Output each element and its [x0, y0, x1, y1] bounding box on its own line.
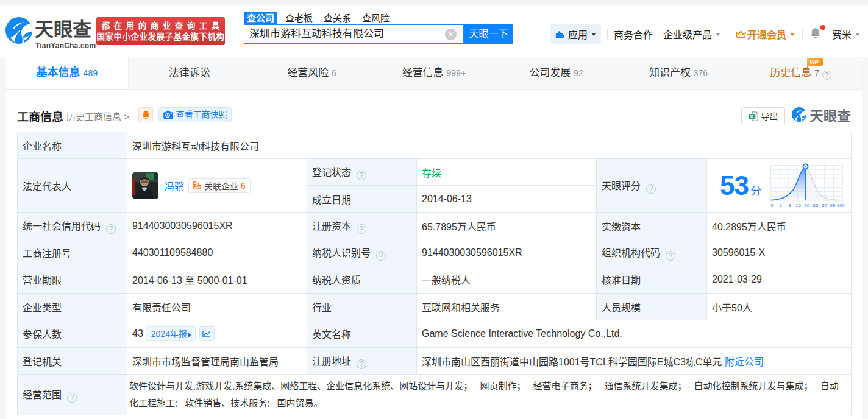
svg-text:99: 99: [830, 203, 836, 208]
svg-text:100: 100: [837, 203, 844, 208]
svg-text:企: 企: [197, 185, 201, 189]
svg-text:97: 97: [822, 203, 827, 208]
svg-text:50: 50: [804, 203, 809, 208]
svg-text:0: 0: [770, 203, 774, 208]
svg-text:3: 3: [788, 203, 791, 208]
svg-text:VIP: VIP: [809, 59, 819, 65]
svg-text:15: 15: [795, 203, 801, 208]
svg-text:1: 1: [780, 203, 783, 208]
svg-text:85: 85: [813, 203, 819, 208]
